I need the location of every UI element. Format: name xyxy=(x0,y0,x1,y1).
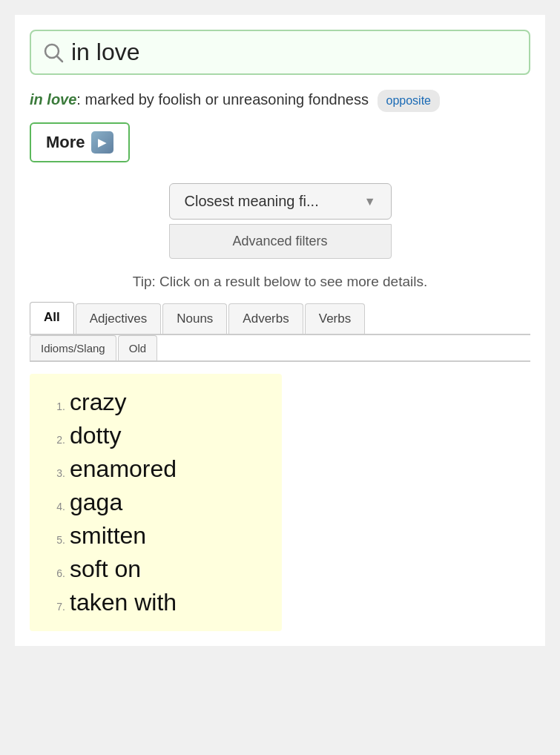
filter-row: Closest meaning fi... ▼ xyxy=(30,183,530,220)
definition-block: in love: marked by foolish or unreasonin… xyxy=(30,88,530,112)
result-number: 2. xyxy=(47,434,65,446)
search-box[interactable] xyxy=(30,30,530,75)
tab-adjectives[interactable]: Adjectives xyxy=(76,303,161,334)
filter-dropdown-label: Closest meaning fi... xyxy=(185,193,319,210)
result-number: 3. xyxy=(47,467,65,479)
result-word: smitten xyxy=(70,522,146,550)
list-item[interactable]: 6. soft on xyxy=(47,553,270,586)
search-input[interactable] xyxy=(71,39,517,66)
definition-term: in love xyxy=(30,91,76,108)
list-item[interactable]: 1. crazy xyxy=(47,386,270,419)
result-number: 5. xyxy=(47,534,65,546)
opposite-button[interactable]: opposite xyxy=(378,90,441,112)
tab-old[interactable]: Old xyxy=(118,335,157,360)
result-number: 1. xyxy=(47,400,65,412)
tabs-row1: All Adjectives Nouns Adverbs Verbs xyxy=(30,302,530,335)
tab-idioms-slang[interactable]: Idioms/Slang xyxy=(30,335,116,360)
tab-nouns[interactable]: Nouns xyxy=(162,303,227,334)
result-number: 4. xyxy=(47,501,65,512)
tab-verbs[interactable]: Verbs xyxy=(305,303,365,334)
play-icon: ▶ xyxy=(91,131,113,154)
results-list: 1. crazy 2. dotty 3. enamored 4. gaga 5.… xyxy=(30,374,282,631)
definition-text: : marked by foolish or unreasoning fondn… xyxy=(76,91,369,108)
result-word: gaga xyxy=(70,489,122,516)
svg-line-1 xyxy=(57,56,62,62)
list-item[interactable]: 7. taken with xyxy=(47,586,270,619)
result-word: soft on xyxy=(70,555,141,583)
list-item[interactable]: 2. dotty xyxy=(47,419,270,452)
main-container: in love: marked by foolish or unreasonin… xyxy=(15,15,545,646)
more-button[interactable]: More ▶ xyxy=(30,122,130,162)
search-icon xyxy=(43,42,64,63)
result-word: dotty xyxy=(70,422,121,449)
list-item[interactable]: 4. gaga xyxy=(47,486,270,519)
list-item[interactable]: 3. enamored xyxy=(47,452,270,486)
filter-dropdown[interactable]: Closest meaning fi... ▼ xyxy=(169,183,392,220)
list-item[interactable]: 5. smitten xyxy=(47,519,270,553)
result-word: taken with xyxy=(70,589,177,616)
tab-adverbs[interactable]: Adverbs xyxy=(228,303,303,334)
result-number: 7. xyxy=(47,601,65,613)
result-number: 6. xyxy=(47,567,65,579)
tip-text: Tip: Click on a result below to see more… xyxy=(30,274,530,290)
tab-all[interactable]: All xyxy=(30,302,74,334)
chevron-down-icon: ▼ xyxy=(364,195,376,208)
advanced-filters-button[interactable]: Advanced filters xyxy=(169,224,392,259)
more-button-label: More xyxy=(46,133,85,152)
advanced-filters-row: Advanced filters xyxy=(30,224,530,259)
result-word: crazy xyxy=(70,389,126,416)
result-word: enamored xyxy=(70,455,177,483)
tabs-row2: Idioms/Slang Old xyxy=(30,335,530,362)
